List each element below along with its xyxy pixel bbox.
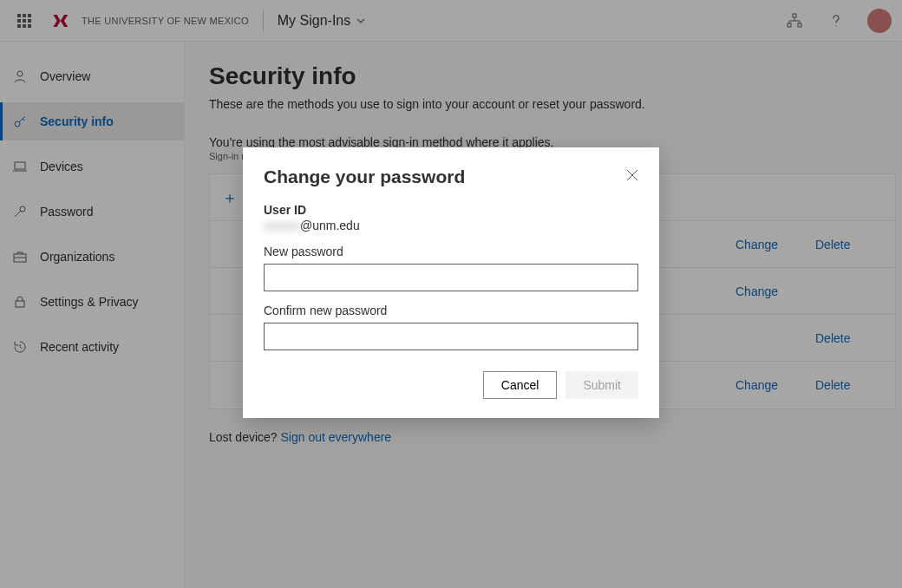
close-button[interactable] [626,169,638,185]
dialog-title: Change your password [264,167,465,187]
confirm-password-input[interactable] [264,323,638,350]
modal-overlay[interactable]: Change your password User ID xxxxxx@unm.… [0,0,902,588]
userid-domain: @unm.edu [300,219,360,232]
userid-value: xxxxxx@unm.edu [264,219,638,232]
change-password-dialog: Change your password User ID xxxxxx@unm.… [243,147,659,418]
new-password-label: New password [264,245,638,258]
new-password-input[interactable] [264,264,638,291]
userid-label: User ID [264,203,638,217]
submit-button[interactable]: Submit [565,371,638,399]
cancel-button[interactable]: Cancel [483,371,558,399]
confirm-password-label: Confirm new password [264,304,638,317]
close-icon [626,169,638,181]
